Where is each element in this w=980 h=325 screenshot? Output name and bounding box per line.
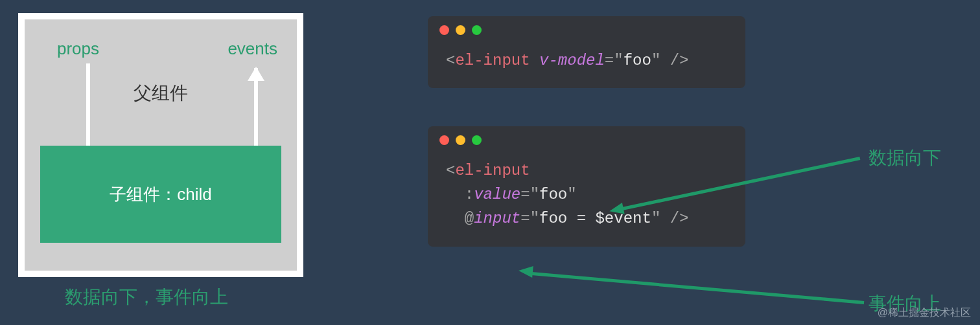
diagram-caption: 数据向下，事件向上 xyxy=(65,285,228,309)
close-icon xyxy=(439,135,449,145)
arrow-event-up-icon xyxy=(531,272,864,304)
window-controls xyxy=(439,25,482,35)
minimize-icon xyxy=(456,135,465,145)
component-diagram: props events 父组件 子组件：child xyxy=(18,13,303,277)
minimize-icon xyxy=(456,25,465,35)
annotation-data-down: 数据向下 xyxy=(869,146,941,170)
code-content: <el-input v-model="foo" /> xyxy=(428,42,745,88)
code-content: <el-input :value="foo" @input="foo = $ev… xyxy=(428,152,745,247)
watermark: @稀土掘金技术社区 xyxy=(878,306,971,320)
events-label: events xyxy=(228,39,277,59)
maximize-icon xyxy=(472,25,482,35)
code-snippet-expanded: <el-input :value="foo" @input="foo = $ev… xyxy=(428,126,745,247)
child-component-box: 子组件：child xyxy=(40,146,281,243)
arrow-head-icon xyxy=(518,265,533,278)
maximize-icon xyxy=(472,135,482,145)
child-component-label: 子组件：child xyxy=(110,183,211,206)
window-controls xyxy=(439,135,482,145)
code-snippet-vmodel: <el-input v-model="foo" /> xyxy=(428,16,745,88)
props-label: props xyxy=(57,39,99,59)
close-icon xyxy=(439,25,449,35)
